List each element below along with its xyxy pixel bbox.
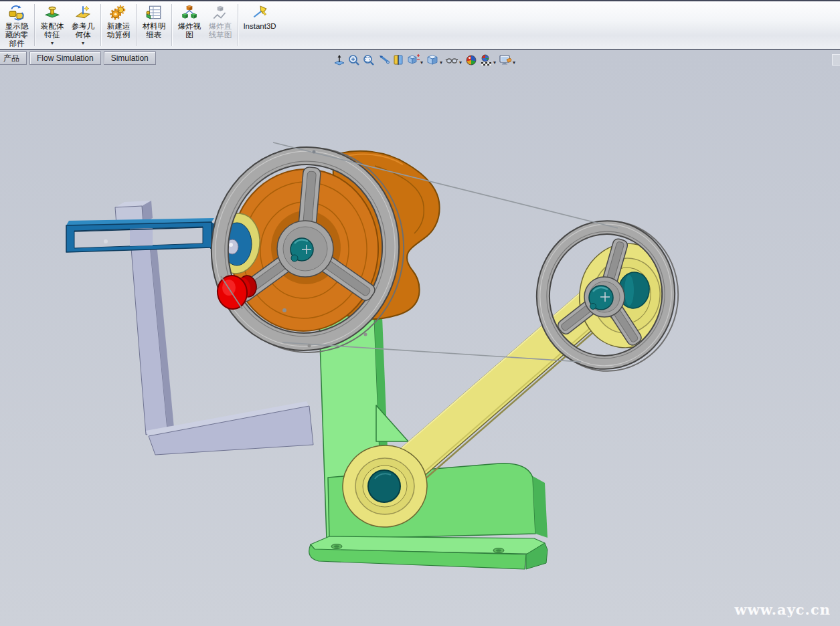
base-hole-left-bore [334,545,339,548]
command-manager-tabs: 产品 Flow Simulation Simulation [0,51,159,66]
button-label: Instant3D [243,22,276,31]
sketch-point-2 [364,333,367,336]
view-orientation-icon [406,54,420,67]
hide-show-items-icon [445,54,458,67]
button-label: 参考几 何体 [72,22,95,39]
toolbar-separator [136,4,137,46]
rod-end-point [229,243,233,247]
dropdown-caret[interactable]: ▾ [459,60,462,66]
section-view-icon [392,54,405,67]
explode-line-sketch-icon [212,4,229,21]
reference-geometry-button[interactable]: 参考几 何体 ▾ [68,1,98,49]
edit-appearance-button[interactable] [465,54,478,67]
slotted-link[interactable] [66,218,228,252]
view-settings-button[interactable]: ▾ [499,54,517,67]
dropdown-caret[interactable]: ▾ [513,60,515,66]
dropdown-caret[interactable]: ▾ [82,41,84,46]
tab-label: Flow Simulation [37,54,94,63]
rotate-view-button[interactable] [377,54,390,67]
tab-label: Simulation [111,54,149,63]
dropdown-caret[interactable]: ▾ [493,60,496,66]
view-orientation-button[interactable]: ▾ [406,54,424,67]
reference-geometry-icon [74,4,92,21]
instant3d-icon [251,4,268,21]
assembly-features-icon [44,4,61,21]
tab-products[interactable]: 产品 [0,51,27,65]
instant3d-button[interactable]: Instant3D [240,1,279,49]
assembly-features-button[interactable]: 装配体 特征 ▾ [37,1,68,49]
zoom-to-fit-icon [362,54,375,67]
dropdown-caret[interactable]: ▾ [420,60,423,66]
sketch-point-1 [282,308,286,312]
section-view-button[interactable] [392,54,405,67]
dropdown-caret[interactable]: ▾ [51,41,54,46]
collapsed-panel-button[interactable] [832,54,840,66]
show-hidden-components-button[interactable]: 显示隐 藏的零 部件 [1,1,32,49]
zoom-to-area-icon [347,54,361,67]
display-style-icon [426,54,439,67]
base-hole-right-bore [496,549,501,552]
small-shaft-key [590,304,596,310]
view-settings-icon [499,54,512,67]
heads-up-view-toolbar: ▾ ▾ ▾ [333,53,518,68]
tab-simulation[interactable]: Simulation [104,51,156,65]
shaft-cylinder-highlight [624,275,634,306]
rotate-view-icon [377,54,390,67]
rod-through-slot [130,228,153,246]
tab-label: 产品 [3,53,19,64]
edit-appearance-icon [465,54,478,67]
exploded-view-button[interactable]: 爆炸视 图 [174,1,205,49]
bill-of-materials-icon [145,4,163,21]
belt-point-2 [308,344,311,348]
explode-line-sketch-button: 爆炸直 线草图 [205,1,236,49]
dropdown-caret[interactable]: ▾ [440,60,442,66]
bill-of-materials-button[interactable]: 材料明 细表 [139,1,169,49]
toolbar-separator [100,4,101,46]
button-label: 新建运 动算例 [107,22,131,39]
hide-show-items-button[interactable]: ▾ [445,54,463,67]
button-label: 爆炸视 图 [178,22,201,39]
zoom-to-area-button[interactable] [347,54,361,67]
button-label: 装配体 特征 [41,22,64,39]
toolbar-separator [34,4,35,46]
belt-point-1 [313,150,316,154]
watermark: www.ayc.cn [734,601,831,618]
tab-flow-simulation[interactable]: Flow Simulation [29,51,101,65]
graphics-area[interactable]: www.ayc.cn [0,0,840,626]
new-motion-study-button[interactable]: 新建运 动算例 [103,1,134,49]
link-point [104,239,108,243]
exploded-view-icon [181,4,198,21]
display-style-button[interactable]: ▾ [426,54,444,67]
solidworks-window: www.ayc.cn 显示隐 藏的零 部件 装配体 特征 ▾ [0,0,840,626]
normal-to-button[interactable] [333,54,346,67]
normal-to-icon [333,54,346,67]
toolbar-separator [171,4,172,46]
pivot-pin[interactable] [368,470,400,502]
command-manager-toolbar: 显示隐 藏的零 部件 装配体 特征 ▾ 参考几 何体 ▾ [0,0,840,50]
button-label: 爆炸直 线草图 [209,22,232,39]
new-motion-study-icon [110,4,127,21]
shaft-key [291,255,298,262]
apply-scene-button[interactable]: ▾ [479,54,497,67]
show-hidden-components-icon [8,4,25,21]
zoom-to-fit-button[interactable] [362,54,375,67]
toolbar-separator [238,4,238,46]
button-label: 显示隐 藏的零 部件 [5,22,29,48]
apply-scene-icon [479,54,493,67]
button-label: 材料明 细表 [143,22,166,39]
